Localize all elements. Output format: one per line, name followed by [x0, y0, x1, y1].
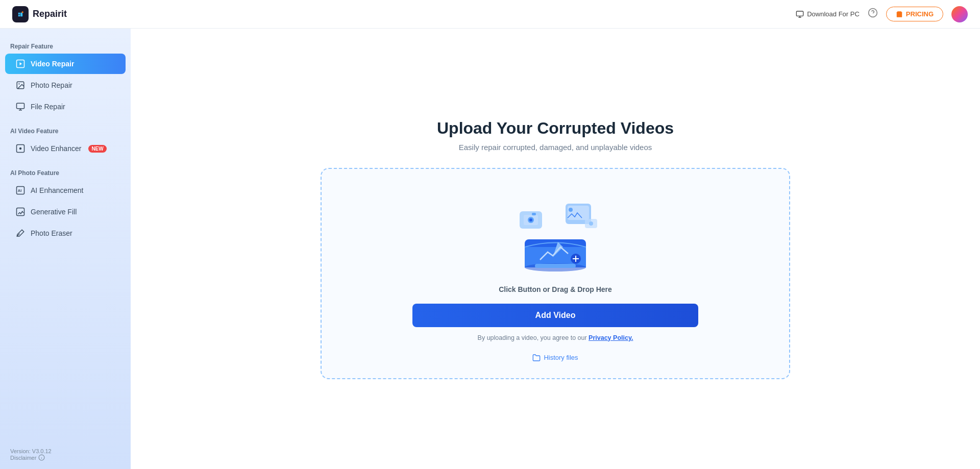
- sidebar-item-file-repair[interactable]: File Repair: [5, 96, 126, 117]
- pricing-label: PRICING: [906, 10, 934, 18]
- sidebar-item-photo-eraser[interactable]: Photo Eraser: [5, 223, 126, 243]
- sidebar-item-video-repair-label: Video Repair: [31, 60, 74, 68]
- add-video-button[interactable]: Add Video: [412, 304, 698, 327]
- svg-rect-14: [17, 208, 24, 216]
- svg-point-29: [569, 208, 573, 212]
- svg-text:AI: AI: [18, 188, 22, 193]
- add-video-label: Add Video: [535, 311, 576, 319]
- download-for-pc-button[interactable]: Download For PC: [796, 10, 860, 18]
- disclaimer-link[interactable]: Disclaimer: [10, 454, 120, 461]
- history-files-label: History files: [544, 354, 578, 361]
- privacy-text-before: By uploading a video, you agree to our: [478, 334, 589, 341]
- support-icon[interactable]: [868, 8, 878, 20]
- avatar[interactable]: [951, 6, 968, 22]
- upload-illustration: [509, 193, 601, 275]
- disclaimer-label: Disclaimer: [10, 455, 36, 461]
- video-enhancer-icon: [15, 143, 26, 154]
- svg-point-36: [589, 221, 593, 226]
- generative-fill-icon: [15, 207, 26, 217]
- photo-repair-icon: [15, 80, 26, 90]
- version-text: Version: V3.0.12: [10, 448, 120, 454]
- sidebar-item-video-enhancer-label: Video Enhancer: [31, 144, 81, 153]
- sidebar-item-file-repair-label: File Repair: [31, 103, 65, 111]
- sidebar-item-generative-fill[interactable]: Generative Fill: [5, 202, 126, 222]
- sidebar-item-photo-eraser-label: Photo Eraser: [31, 229, 72, 237]
- repair-feature-label: Repair Feature: [0, 39, 131, 53]
- svg-rect-2: [797, 11, 803, 16]
- sidebar-item-generative-fill-label: Generative Fill: [31, 208, 77, 216]
- ai-enhancement-icon: AI: [15, 185, 26, 195]
- pricing-button[interactable]: PRICING: [886, 7, 943, 21]
- svg-point-8: [18, 83, 19, 84]
- ai-photo-label: AI Photo Feature: [0, 165, 131, 180]
- sidebar: Repair Feature Video Repair Photo Repair: [0, 29, 131, 469]
- svg-point-11: [19, 147, 22, 150]
- page-title: Upload Your Corrupted Videos: [437, 119, 674, 138]
- upload-hint: Click Button or Drag & Drop Here: [499, 285, 612, 293]
- page-subtitle: Easily repair corrupted, damaged, and un…: [459, 143, 652, 152]
- sidebar-item-photo-repair[interactable]: Photo Repair: [5, 75, 126, 95]
- sidebar-item-video-repair[interactable]: Video Repair: [5, 54, 126, 74]
- svg-rect-34: [532, 213, 536, 215]
- photo-eraser-icon: [15, 228, 26, 238]
- folder-icon: [532, 354, 541, 362]
- header-right: Download For PC PRICING: [796, 6, 968, 22]
- logo-text: Repairit: [33, 9, 67, 19]
- layout: Repair Feature Video Repair Photo Repair: [0, 29, 980, 469]
- info-icon: [38, 454, 45, 461]
- sidebar-item-ai-enhancement[interactable]: AI AI Enhancement: [5, 180, 126, 201]
- svg-point-1: [22, 11, 23, 13]
- sidebar-item-video-enhancer[interactable]: Video Enhancer NEW: [5, 138, 126, 159]
- file-repair-icon: [15, 102, 26, 112]
- download-label: Download For PC: [807, 10, 860, 18]
- monitor-icon: [796, 10, 804, 18]
- ai-video-label: AI Video Feature: [0, 124, 131, 138]
- svg-rect-9: [17, 103, 24, 109]
- sidebar-item-ai-enhancement-label: AI Enhancement: [31, 186, 84, 194]
- logo[interactable]: Repairit: [12, 6, 67, 22]
- sidebar-footer: Version: V3.0.12 Disclaimer: [0, 442, 131, 461]
- cart-icon: [896, 11, 903, 18]
- video-repair-icon: [15, 59, 26, 69]
- svg-rect-23: [535, 264, 576, 268]
- upload-drop-area[interactable]: Click Button or Drag & Drop Here Add Vid…: [321, 168, 790, 379]
- privacy-policy-link[interactable]: Privacy Policy.: [589, 334, 633, 341]
- new-badge: NEW: [88, 145, 106, 153]
- svg-marker-6: [20, 62, 22, 65]
- header: Repairit Download For PC PRICING: [0, 0, 980, 29]
- privacy-text: By uploading a video, you agree to our P…: [478, 334, 633, 341]
- logo-icon: [12, 6, 29, 22]
- history-files-link[interactable]: History files: [532, 354, 578, 362]
- sidebar-item-photo-repair-label: Photo Repair: [31, 81, 72, 89]
- main-content: Upload Your Corrupted Videos Easily repa…: [131, 29, 980, 469]
- svg-point-33: [529, 218, 532, 221]
